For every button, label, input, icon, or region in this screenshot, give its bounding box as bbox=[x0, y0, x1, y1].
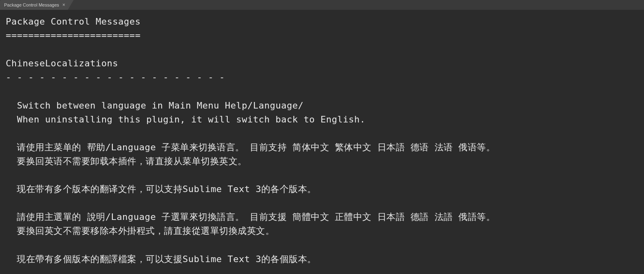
text-line: 请使用主菜单的 帮助/Language 子菜单来切换语言。 目前支持 简体中文 … bbox=[6, 142, 495, 152]
text-line: Package Control Messages bbox=[6, 16, 141, 27]
tab-bar: Package Control Messages × bbox=[0, 0, 644, 10]
text-line: ChineseLocalizations bbox=[6, 58, 118, 68]
text-line: When uninstalling this plugin, it will s… bbox=[6, 114, 366, 125]
tab-package-control-messages[interactable]: Package Control Messages × bbox=[0, 0, 68, 10]
tab-title: Package Control Messages bbox=[4, 2, 59, 7]
text-line: 现在带有多个版本的翻译文件，可以支持Sublime Text 3的各个版本。 bbox=[6, 184, 316, 194]
text-line: Switch between language in Main Menu Hel… bbox=[6, 100, 304, 111]
text-line: 請使用主選單的 說明/Language 子選單來切換語言。 目前支援 簡體中文 … bbox=[6, 212, 495, 222]
text-line: 要换回英语不需要卸载本插件，请直接从菜单切换英文。 bbox=[6, 156, 247, 166]
close-icon[interactable]: × bbox=[63, 2, 65, 7]
text-line: ======================== bbox=[6, 30, 141, 41]
editor-content[interactable]: Package Control Messages ===============… bbox=[0, 10, 644, 271]
text-line: 要換回英文不需要移除本外掛程式，請直接從選單切換成英文。 bbox=[6, 226, 275, 236]
text-line: - - - - - - - - - - - - - - - - - - - - bbox=[6, 72, 225, 82]
text-line: 現在帶有多個版本的翻譯檔案，可以支援Sublime Text 3的各個版本。 bbox=[6, 254, 316, 264]
